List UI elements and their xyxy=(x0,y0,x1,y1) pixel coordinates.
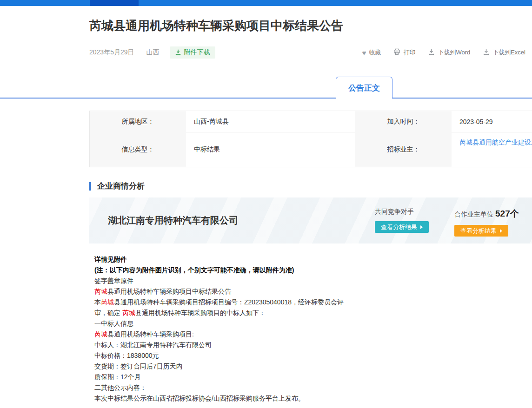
article-line: (注：以下内容为附件图片识别，个别文字可能不准确，请以附件为准) xyxy=(94,265,448,276)
partners-count: 527个 xyxy=(495,209,519,218)
section-title: 企业商情分析 xyxy=(97,181,145,191)
caret-right-icon xyxy=(420,225,423,229)
printer-icon xyxy=(393,48,400,57)
info-value-owner: 芮城县通用航空产业建设发 xyxy=(452,132,532,167)
article-line: 中标人：湖北江南专用特种汽车有限公司 xyxy=(94,340,448,350)
download-word-button[interactable]: 下载到Word xyxy=(428,48,470,57)
attachment-download-button[interactable]: 附件下载 xyxy=(170,46,215,59)
article-line: 详情见附件 xyxy=(94,254,448,265)
article-line: 二其他公示内容： xyxy=(94,382,448,393)
partners-label: 合作业主单位 xyxy=(454,211,493,218)
info-value-add-time: 2023-05-29 xyxy=(452,111,532,132)
attachment-download-label: 附件下载 xyxy=(184,48,210,57)
print-label: 打印 xyxy=(403,48,415,57)
action-bar: ♥ 收藏 打印 下载到Word 下载到Excel xyxy=(362,48,525,57)
company-name: 湖北江南专用特种汽车有限公司 xyxy=(108,197,238,243)
article-body: 详情见附件(注：以下内容为附件图片识别，个别文字可能不准确，请以附件为准)签字盖… xyxy=(94,254,448,404)
download-icon xyxy=(175,49,181,57)
view-competitors-button[interactable]: 查看分析结果 xyxy=(375,221,429,233)
owner-link[interactable]: 芮城县通用航空产业建设发 xyxy=(459,138,532,147)
meta-row: 2023年5月29日 山西 附件下载 ♥ 收藏 打印 下载到Word xyxy=(89,46,525,59)
page-title: 芮城县通用机场特种车辆采购项目中标结果公告 xyxy=(89,18,343,34)
download-excel-button[interactable]: 下载到Excel xyxy=(483,48,525,57)
article-line: 芮城县通用机场特种车辆采购项目: xyxy=(94,329,448,340)
info-label-type: 信息类型： xyxy=(90,132,186,167)
info-label-region: 所属地区： xyxy=(90,111,186,132)
info-label-add-time: 加入时间： xyxy=(355,111,452,132)
favorite-label: 收藏 xyxy=(369,48,381,57)
tab-announcement-body[interactable]: 公告正文 xyxy=(336,77,392,99)
tab-underline xyxy=(0,98,532,99)
article-line: 中标价格：1838000元 xyxy=(94,350,448,361)
download-excel-label: 下载到Excel xyxy=(492,48,525,57)
competitors-label: 共同竞争对手 xyxy=(375,208,429,216)
caret-right-icon xyxy=(500,229,502,233)
download-word-label: 下载到Word xyxy=(438,48,470,57)
section-header: 企业商情分析 xyxy=(89,181,145,191)
view-competitors-label: 查看分析结果 xyxy=(381,223,417,231)
info-value-region: 山西-芮城县 xyxy=(186,111,355,132)
top-nav-bar xyxy=(0,0,532,6)
article-line: 一中标人信息 xyxy=(94,318,448,329)
article-line: 审，确定 芮城县通用机场特种车辆采购项目的中标人如下： xyxy=(94,308,448,318)
info-value-type: 中标结果 xyxy=(186,132,355,167)
download-icon xyxy=(428,48,435,57)
favorite-button[interactable]: ♥ 收藏 xyxy=(362,48,381,57)
article-line: 芮城县通用机场特种车辆采购项目中标结果公告 xyxy=(94,286,448,297)
heart-icon: ♥ xyxy=(362,49,366,56)
article-line: 签字盖章原件 xyxy=(94,276,448,286)
competitors-group: 共同竞争对手 查看分析结果 xyxy=(375,208,429,233)
article-line: 交货期：签订合同后7日历天内 xyxy=(94,361,448,372)
region-label: 山西 xyxy=(146,48,160,57)
view-partners-label: 查看分析结果 xyxy=(460,227,497,235)
partners-group: 合作业主单位527个 查看分析结果 xyxy=(454,208,519,237)
top-nav-active-segment xyxy=(90,0,139,6)
company-analysis-card: 湖北江南专用特种汽车有限公司 共同竞争对手 查看分析结果 合作业主单位527个 … xyxy=(89,197,532,243)
article-line: 本芮城县通用机场特种车辆采购项目招标项目编号：Z202305040018，经评标… xyxy=(94,297,448,308)
info-table: 所属地区： 山西-芮城县 加入时间： 2023-05-29 信息类型： 中标结果… xyxy=(89,111,532,167)
download-icon xyxy=(483,48,490,57)
article-line: 质保期：12个月 xyxy=(94,372,448,382)
view-partners-button[interactable]: 查看分析结果 xyxy=(454,225,508,237)
print-button[interactable]: 打印 xyxy=(393,48,415,57)
article-line: 本次中标结果公示在山西省招标投标协会/山西招标采购服务平台上发布。 xyxy=(94,393,448,404)
section-accent-bar xyxy=(89,182,91,191)
publish-date: 2023年5月29日 xyxy=(89,48,134,57)
info-label-owner: 招标业主： xyxy=(355,132,452,167)
